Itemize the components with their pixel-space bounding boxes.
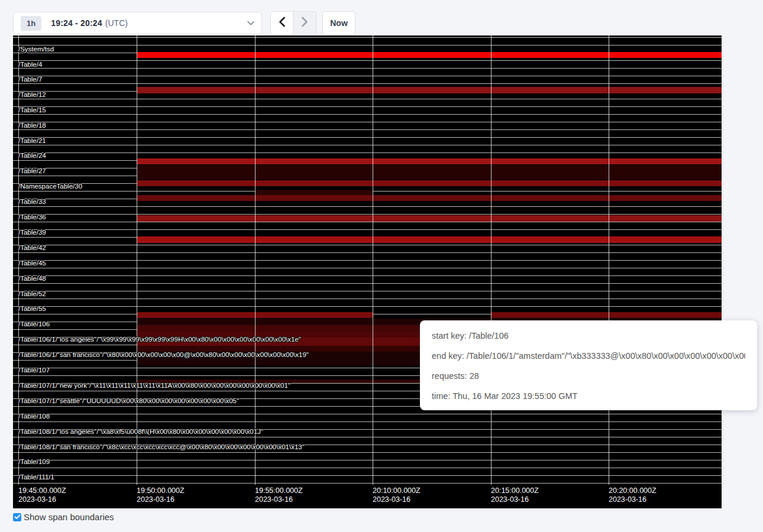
span-boundary-line (13, 460, 722, 460)
heat-band (137, 180, 722, 186)
row-key-label: /Table/12 (18, 90, 46, 99)
range-timezone: (UTC) (105, 18, 128, 28)
row-key-label: /Table/48 (18, 274, 46, 283)
span-boundary-line (13, 283, 722, 284)
tick-time: 19:45:00.000Z (18, 486, 66, 495)
next-interval-button[interactable] (293, 11, 316, 35)
span-boundary-line (13, 468, 722, 468)
tick-date: 2023-03-16 (255, 495, 303, 504)
tick-time: 19:55:00.000Z (255, 486, 303, 495)
tooltip-line: end key: /Table/106/1/"amsterdam"/"\xb33… (432, 346, 745, 366)
tick-time: 20:20:00.000Z (609, 486, 657, 495)
tick-date: 2023-03-16 (137, 495, 185, 504)
row-key-label: /Table/45 (18, 258, 46, 268)
row-key-label: /Table/52 (18, 289, 46, 299)
time-axis-tick: 20:10:00.000Z2023-03-16 (373, 486, 421, 504)
span-boundary-line (13, 421, 722, 422)
tooltip-line: start key: /Table/106 (432, 326, 745, 346)
row-key-label: /Table/36 (18, 212, 46, 222)
span-boundary-line (13, 106, 722, 107)
row-key-label: /Table/108/1/"san francisco"/"\x8c\xcc\x… (18, 442, 305, 452)
heat-band (137, 158, 722, 164)
row-key-label: /NamespaceTable/30 (18, 181, 82, 191)
span-boundary-line (13, 129, 722, 130)
span-boundary-line (13, 37, 722, 38)
time-range-select[interactable]: 1h 19:24 - 20:24 (UTC) (13, 12, 262, 34)
row-key-label: /Table/108/1/"los angeles"/"\xa8\xf5\u00… (18, 427, 263, 436)
row-key-label: /Table/42 (18, 243, 46, 252)
row-key-label: /Table/15 (18, 105, 46, 115)
span-boundary-line (13, 137, 722, 138)
time-axis-tick: 20:20:00.000Z2023-03-16 (609, 486, 657, 504)
heat-band (137, 236, 722, 243)
time-gridline (255, 35, 256, 485)
span-boundary-line (13, 76, 722, 76)
span-boundary-line (13, 437, 722, 437)
span-boundary-line (13, 229, 722, 230)
row-key-label: /Table/107 (18, 365, 50, 375)
range-duration-badge: 1h (21, 16, 41, 31)
row-key-label: /Table/106/1/"san francisco"/"\x80\x00\x… (18, 350, 309, 359)
span-boundary-line (13, 291, 722, 291)
key-visualizer-canvas[interactable]: /System/tsd/Table/4/Table/7/Table/12/Tab… (13, 35, 722, 508)
toolbar: 1h 19:24 - 20:24 (UTC) Now (0, 0, 763, 35)
previous-interval-button[interactable] (270, 11, 293, 35)
heat-band (137, 87, 722, 93)
row-key-label: /Table/107/1/"new york"/"\x11\x11\x11\x1… (18, 381, 290, 390)
heat-band (137, 195, 722, 201)
chevron-left-icon (279, 17, 286, 30)
span-boundary-line (13, 214, 722, 215)
span-boundary-line (13, 299, 722, 299)
checkmark-icon (14, 514, 21, 520)
span-boundary-line (13, 414, 722, 414)
row-key-label: /Table/106 (18, 319, 50, 329)
tick-date: 2023-03-16 (373, 495, 421, 504)
now-button[interactable]: Now (322, 11, 355, 35)
footer-controls: Show span boundaries (13, 512, 114, 522)
heat-band (137, 215, 722, 222)
time-nav-group (270, 11, 316, 35)
row-key-label: /Table/27 (18, 166, 46, 176)
span-boundary-line (13, 306, 722, 307)
span-boundary-line (13, 260, 722, 261)
time-axis-tick: 19:55:00.000Z2023-03-16 (255, 486, 303, 504)
time-axis-tick: 20:15:00.000Z2023-03-16 (491, 486, 539, 504)
row-key-label: /Table/39 (18, 228, 46, 237)
span-boundary-line (13, 68, 722, 69)
tick-time: 20:10:00.000Z (373, 486, 421, 495)
range-text: 19:24 - 20:24 (51, 18, 102, 28)
span-boundary-line (13, 268, 722, 268)
span-boundary-line (13, 222, 722, 222)
time-gridline (609, 35, 609, 485)
span-boundary-line (13, 452, 722, 453)
tick-date: 2023-03-16 (491, 495, 539, 504)
span-boundary-line (13, 245, 722, 245)
row-key-label: /Table/21 (18, 136, 46, 145)
chevron-right-icon (301, 17, 308, 30)
row-key-label: /Table/108 (18, 411, 50, 421)
row-key-label: /Table/109 (18, 457, 50, 466)
row-key-label: /Table/4 (18, 60, 42, 69)
span-boundary-line (13, 60, 722, 61)
row-key-label: /Table/7 (18, 74, 42, 84)
show-span-boundaries-checkbox[interactable] (13, 513, 21, 521)
row-key-label: /Table/24 (18, 151, 46, 160)
span-boundary-line (13, 252, 722, 253)
time-gridline (137, 35, 137, 485)
show-span-boundaries-label: Show span boundaries (24, 512, 114, 522)
span-boundary-line (13, 145, 722, 145)
chevron-down-icon (247, 21, 254, 25)
time-gridline (373, 35, 373, 485)
tick-date: 2023-03-16 (609, 495, 657, 504)
row-key-label: /Table/111/1 (18, 472, 54, 482)
row-key-label: /System/tsd (18, 44, 54, 54)
tooltip-line: time: Thu, 16 Mar 2023 19:55:00 GMT (432, 386, 745, 406)
now-button-label: Now (330, 18, 348, 28)
span-boundary-line (13, 122, 722, 122)
span-boundary-line (13, 99, 722, 99)
tick-time: 20:15:00.000Z (491, 486, 539, 495)
heat-band (491, 312, 722, 318)
row-key-label: /Table/33 (18, 197, 46, 206)
span-boundary-line (13, 45, 722, 46)
row-key-label: /Table/18 (18, 121, 46, 130)
